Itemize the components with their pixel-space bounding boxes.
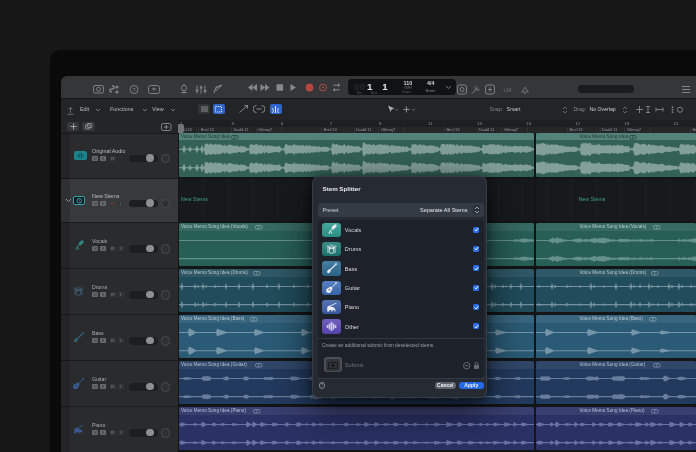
svg-text:?: ? [132, 86, 136, 92]
svg-text:+24: +24 [503, 87, 512, 93]
